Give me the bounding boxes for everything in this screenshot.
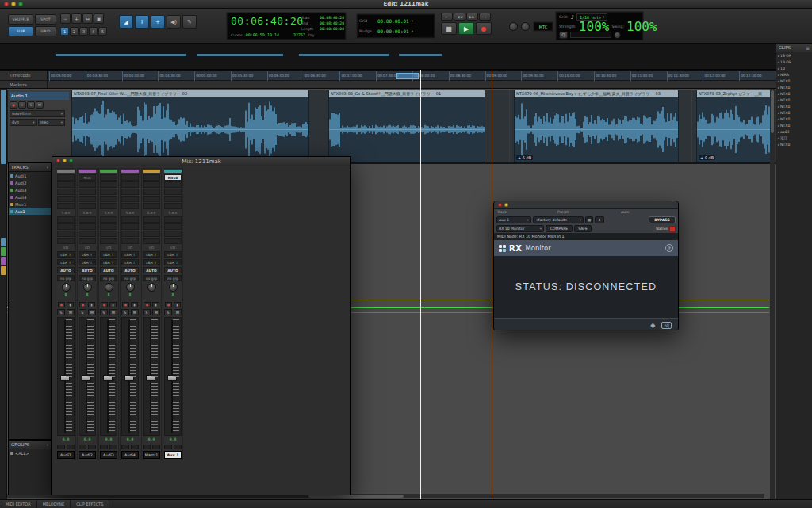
- record-enable-button[interactable]: ●: [10, 101, 17, 109]
- group-selector[interactable]: no grp: [57, 275, 75, 281]
- insert-slot[interactable]: [100, 189, 117, 195]
- track-list-item[interactable]: Audi1: [9, 172, 51, 179]
- online-button[interactable]: [509, 22, 518, 31]
- record-enable-button[interactable]: ●: [165, 302, 172, 307]
- insert-slot[interactable]: [79, 189, 96, 195]
- track-color-chip[interactable]: [121, 170, 139, 173]
- close-button[interactable]: [56, 159, 60, 162]
- insert-slot[interactable]: [79, 196, 96, 202]
- solo-button[interactable]: S: [164, 309, 172, 315]
- groups-panel-header[interactable]: GROUPS ▾: [9, 441, 51, 449]
- target-button[interactable]: [669, 226, 676, 232]
- mode-shuffle[interactable]: SHUFFLE: [8, 14, 33, 25]
- insert-slot[interactable]: [100, 203, 117, 209]
- clip-list-item[interactable]: ▸NTX0: [776, 141, 812, 147]
- clip-list-item[interactable]: ▸NTX0: [776, 122, 812, 128]
- go-to-end-button[interactable]: ⇥: [479, 13, 491, 21]
- compare-button[interactable]: COMPARE: [546, 225, 573, 232]
- send-slot[interactable]: [79, 223, 96, 230]
- clip-list-item[interactable]: ▸NTX0: [776, 84, 812, 90]
- selector-tool-button[interactable]: I: [135, 15, 149, 29]
- send-slot[interactable]: [121, 231, 139, 237]
- pan-knob[interactable]: [147, 283, 156, 292]
- selection-value[interactable]: 00:08:40:20: [320, 21, 344, 25]
- send-slot[interactable]: [143, 231, 160, 237]
- mute-button[interactable]: M: [174, 309, 182, 315]
- selection-value[interactable]: 00:00:00:00: [320, 27, 344, 31]
- scrub-tool-button[interactable]: ◀): [167, 15, 181, 29]
- record-enable-button[interactable]: ●: [101, 302, 108, 307]
- solo-button[interactable]: S: [79, 309, 86, 315]
- insert-slot[interactable]: Trim: [79, 174, 96, 181]
- menu-icon[interactable]: ≡: [806, 45, 810, 51]
- trim-tool-button[interactable]: ◢: [119, 15, 133, 29]
- automation-mode-button[interactable]: AUTO: [143, 267, 160, 273]
- insert-slot[interactable]: [121, 196, 139, 202]
- scrollbar-handle[interactable]: [771, 90, 774, 133]
- input-selector[interactable]: L&R ↑: [79, 251, 96, 258]
- minimize-button[interactable]: [11, 2, 16, 6]
- input-monitor-button[interactable]: ▮: [174, 302, 181, 307]
- return-to-zero-button[interactable]: ⇤: [441, 13, 453, 21]
- track-color-chip[interactable]: [57, 170, 75, 173]
- track-list-item[interactable]: Aux1: [9, 208, 51, 215]
- track-color-chip[interactable]: [79, 170, 96, 173]
- zoom-preset-1[interactable]: 1: [60, 27, 69, 36]
- track-nameplate[interactable]: Aux 1: [164, 451, 182, 459]
- track-list-item[interactable]: Audi2: [9, 179, 51, 186]
- preset-selector[interactable]: <factory default> ▾: [533, 216, 584, 223]
- bottom-tab-clip-effects[interactable]: CLIP EFFECTS: [71, 500, 109, 508]
- input-selector[interactable]: L&R ↑: [100, 251, 117, 258]
- zoom-preset-3[interactable]: 3: [79, 27, 88, 36]
- zoom-window-button[interactable]: [18, 2, 23, 6]
- track-nameplate[interactable]: Audi4: [121, 451, 139, 459]
- clip-list-item[interactable]: ▸NIRA: [776, 71, 812, 78]
- group-selector[interactable]: no grp: [164, 275, 182, 281]
- mute-button[interactable]: M: [152, 309, 160, 315]
- track-view-selector[interactable]: waveform ▾: [10, 110, 65, 117]
- insert-slot[interactable]: [121, 181, 139, 188]
- solo-button[interactable]: S: [143, 309, 151, 315]
- bottom-tab-midi-editor[interactable]: MIDI EDITOR: [0, 500, 37, 508]
- clips-panel-header[interactable]: CLIPS ≡: [776, 44, 812, 52]
- group-selector[interactable]: no grp: [79, 275, 96, 281]
- track-color-chip[interactable]: [143, 170, 160, 173]
- input-selector[interactable]: L&R ↑: [57, 251, 75, 258]
- send-slot[interactable]: [164, 238, 182, 244]
- input-monitor-button[interactable]: ▮: [67, 302, 74, 307]
- pan-knob[interactable]: [62, 283, 71, 292]
- insert-slot[interactable]: [164, 189, 182, 195]
- send-slot[interactable]: [100, 216, 117, 223]
- insert-slot[interactable]: [164, 196, 182, 202]
- track-color-chip[interactable]: [164, 170, 182, 173]
- librarian-menu-button[interactable]: ▤: [585, 216, 593, 223]
- track-color-chip[interactable]: [100, 170, 117, 173]
- value-display[interactable]: 00:00:00:01: [377, 18, 409, 24]
- insert-slot[interactable]: [143, 174, 160, 181]
- send-slot[interactable]: [164, 216, 182, 223]
- close-button[interactable]: [498, 203, 502, 207]
- rewind-button[interactable]: ◀◀: [454, 13, 465, 21]
- insert-slot[interactable]: [57, 203, 75, 209]
- grabber-tool-button[interactable]: +: [151, 15, 165, 29]
- audio-clip[interactable]: NTX003-07_Final Killer W...__門随大嶽_目音ライブラ…: [71, 90, 309, 162]
- record-enable-button[interactable]: ●: [79, 302, 86, 307]
- insert-slot[interactable]: [143, 196, 160, 202]
- mute-button[interactable]: M: [131, 309, 139, 315]
- send-slot[interactable]: [121, 238, 139, 244]
- solo-button[interactable]: S: [121, 309, 129, 315]
- output-selector[interactable]: L&R ↑: [57, 259, 75, 265]
- bypass-button[interactable]: BYPASS: [649, 216, 676, 223]
- send-slot[interactable]: [57, 231, 75, 237]
- ruler-selection[interactable]: [396, 73, 419, 79]
- pre-roll-button[interactable]: [521, 22, 530, 31]
- track-nameplate[interactable]: Mastr1: [143, 451, 160, 459]
- pan-knob[interactable]: [169, 283, 178, 292]
- input-monitor-button[interactable]: ▮: [131, 302, 138, 307]
- zoom-out-button[interactable]: −: [60, 13, 71, 24]
- help-button[interactable]: ?: [665, 244, 673, 252]
- record-enable-button[interactable]: ●: [58, 302, 65, 307]
- safe-button[interactable]: SAFE: [574, 225, 592, 232]
- zoom-window-button[interactable]: [69, 159, 73, 162]
- record-enable-button[interactable]: ●: [144, 302, 151, 307]
